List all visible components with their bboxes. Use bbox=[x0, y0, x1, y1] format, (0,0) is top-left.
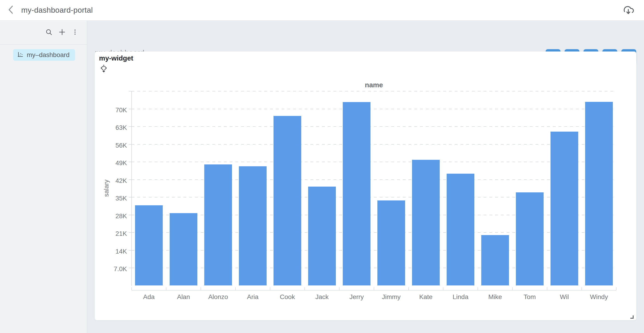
chart-bar[interactable] bbox=[239, 166, 266, 286]
portal-title: my-dashboard-portal bbox=[21, 6, 93, 15]
x-axis-tick bbox=[374, 287, 374, 290]
x-axis-tick bbox=[478, 287, 478, 290]
x-axis-label: Wil bbox=[547, 293, 582, 301]
chart-bar[interactable] bbox=[481, 235, 509, 286]
chevron-left-icon bbox=[7, 5, 15, 16]
x-axis-label: Jimmy bbox=[374, 293, 408, 301]
search-button[interactable] bbox=[45, 29, 53, 37]
chart-bar[interactable] bbox=[378, 200, 405, 285]
y-axis-label: 63K bbox=[95, 124, 127, 132]
chart-icon bbox=[17, 51, 24, 59]
chart-bar[interactable] bbox=[135, 205, 163, 286]
chart-title: name bbox=[132, 81, 616, 89]
x-axis-label: Alan bbox=[166, 293, 201, 301]
kebab-menu-icon bbox=[72, 29, 78, 37]
x-axis-tick bbox=[547, 287, 547, 290]
x-axis-tick bbox=[166, 287, 166, 290]
x-axis-label: Alonzo bbox=[201, 293, 236, 301]
x-axis-label: Mike bbox=[478, 293, 512, 301]
cloud-download-button[interactable] bbox=[622, 4, 634, 16]
x-axis-tick bbox=[512, 287, 513, 290]
y-axis-label: 7.0K bbox=[95, 265, 127, 273]
main-region: my-dashboard bbox=[88, 21, 644, 333]
y-axis-label: 56K bbox=[95, 142, 127, 149]
y-axis-label: 21K bbox=[95, 230, 127, 238]
x-axis-tick bbox=[408, 287, 409, 290]
chart-bar[interactable] bbox=[516, 192, 544, 285]
resize-corner-handle[interactable] bbox=[630, 315, 634, 319]
x-axis-label: Ada bbox=[132, 293, 166, 301]
x-axis-label: Cook bbox=[270, 293, 305, 301]
dashboard-portal-app: my-dashboard-portal bbox=[0, 0, 644, 333]
back-button[interactable] bbox=[4, 3, 18, 17]
y-axis-label: 42K bbox=[95, 177, 127, 185]
chart-bar[interactable] bbox=[550, 132, 578, 286]
chart-bar[interactable] bbox=[412, 160, 440, 285]
sidebar: my–dashboard bbox=[0, 21, 87, 333]
y-gridline bbox=[132, 109, 616, 109]
sidebar-item-label: my–dashboard bbox=[27, 51, 70, 59]
x-axis-label: Kate bbox=[408, 293, 443, 301]
top-header: my-dashboard-portal bbox=[0, 0, 644, 21]
y-axis-label: 70K bbox=[95, 106, 127, 114]
y-axis-label: 28K bbox=[95, 212, 127, 220]
x-axis-label: Aria bbox=[236, 293, 270, 301]
y-axis-line bbox=[131, 91, 132, 286]
chart-bar[interactable] bbox=[274, 116, 301, 285]
x-axis-tick bbox=[339, 287, 340, 290]
plus-icon bbox=[58, 28, 66, 37]
x-axis-label: Windy bbox=[582, 293, 616, 301]
x-axis-tick bbox=[235, 287, 236, 290]
y-axis-label: 35K bbox=[95, 194, 127, 202]
x-axis-tick bbox=[270, 287, 270, 290]
y-gridline bbox=[132, 162, 616, 162]
x-axis-label: Jerry bbox=[339, 293, 374, 301]
chart-bar[interactable] bbox=[308, 187, 336, 285]
more-options-button[interactable] bbox=[72, 29, 78, 37]
sidebar-toolbar bbox=[0, 21, 87, 45]
search-icon bbox=[45, 29, 53, 37]
y-axis-name: salary bbox=[103, 165, 110, 211]
y-gridline bbox=[132, 126, 616, 127]
y-gridline bbox=[132, 144, 616, 145]
x-axis-tick bbox=[304, 287, 305, 290]
y-axis-label: 49K bbox=[95, 159, 127, 167]
x-axis-tick bbox=[443, 287, 444, 290]
bar-chart: name7.0K14K21K28K35K42K49K56K63K70KAdaAl… bbox=[95, 52, 636, 320]
x-axis-line bbox=[132, 290, 616, 290]
sidebar-item-my-dashboard[interactable]: my–dashboard bbox=[13, 49, 75, 61]
add-dashboard-button[interactable] bbox=[58, 28, 66, 37]
widget-card: my-widget name7.0K14K21K28K35K42K49K56K6… bbox=[95, 52, 636, 320]
x-axis-tick bbox=[200, 287, 201, 290]
x-axis-label: Jack bbox=[305, 293, 339, 301]
x-axis-tick bbox=[616, 287, 616, 290]
chart-bar[interactable] bbox=[170, 213, 197, 286]
x-axis-label: Linda bbox=[443, 293, 478, 301]
chart-bar[interactable] bbox=[447, 174, 474, 285]
chart-bar[interactable] bbox=[343, 102, 370, 286]
x-axis-tick bbox=[582, 287, 582, 290]
y-axis-label: 14K bbox=[95, 247, 127, 255]
x-axis-label: Tom bbox=[512, 293, 547, 301]
chart-bar[interactable] bbox=[585, 102, 613, 286]
chart-bar[interactable] bbox=[204, 164, 232, 286]
y-gridline bbox=[132, 91, 616, 92]
x-axis-tick bbox=[131, 287, 132, 290]
cloud-download-icon bbox=[622, 4, 634, 16]
